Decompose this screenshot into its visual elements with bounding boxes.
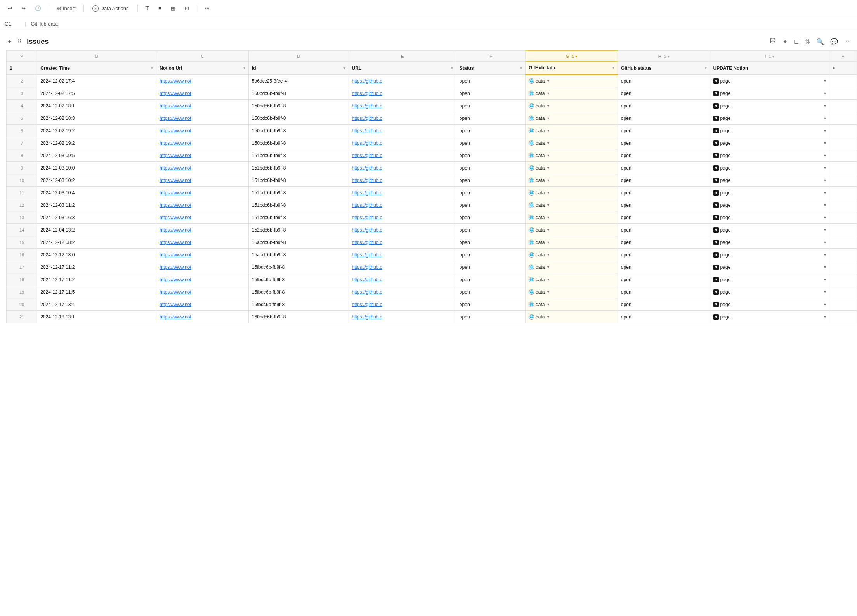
cell-github-status[interactable]: open <box>618 211 710 224</box>
cell-notion-url[interactable]: https://www.not <box>156 261 249 273</box>
cell-status[interactable]: open <box>456 249 525 261</box>
cell-id[interactable]: 151bdc6b-fb9f-8 <box>249 149 349 162</box>
cell-url[interactable]: https://github.c <box>349 249 456 261</box>
cell-notion-url[interactable]: https://www.not <box>156 224 249 236</box>
cell-github-data[interactable]: 🌐 data ▾ <box>526 112 618 125</box>
cell-url[interactable]: https://github.c <box>349 199 456 211</box>
cell-url[interactable]: https://github.c <box>349 174 456 187</box>
cell-id[interactable]: 150bdc6b-fb9f-8 <box>249 125 349 137</box>
github-data-dropdown-arrow[interactable]: ▾ <box>547 190 549 195</box>
col-letter-f[interactable]: F <box>456 51 525 62</box>
github-data-dropdown-arrow[interactable]: ▾ <box>547 265 549 269</box>
cell-notion-url[interactable]: https://www.not <box>156 100 249 112</box>
cell-update-notion[interactable]: N page ▾ <box>710 162 829 174</box>
github-data-dropdown-arrow[interactable]: ▾ <box>547 128 549 133</box>
cell-github-data[interactable]: 🌐 data ▾ <box>526 187 618 199</box>
cell-github-data[interactable]: 🌐 data ▾ <box>526 286 618 298</box>
cell-github-data[interactable]: 🌐 data ▾ <box>526 75 618 87</box>
cell-url[interactable]: https://github.c <box>349 224 456 236</box>
cell-update-notion[interactable]: N page ▾ <box>710 249 829 261</box>
cell-update-notion[interactable]: N page ▾ <box>710 174 829 187</box>
col-header-created-time[interactable]: Created Time ▾ <box>37 62 156 75</box>
cell-github-data[interactable]: 🌐 data ▾ <box>526 199 618 211</box>
update-notion-dropdown-arrow[interactable]: ▾ <box>824 240 826 244</box>
cell-status[interactable]: open <box>456 149 525 162</box>
cell-github-data[interactable]: 🌐 data ▾ <box>526 261 618 273</box>
more-icon-button[interactable]: ··· <box>843 36 851 47</box>
cell-url[interactable]: https://github.c <box>349 187 456 199</box>
cell-created-time[interactable]: 2024-12-03 11:2 <box>37 199 156 211</box>
update-notion-dropdown-arrow[interactable]: ▾ <box>824 302 826 306</box>
cell-url[interactable]: https://github.c <box>349 261 456 273</box>
cell-github-status[interactable]: open <box>618 311 710 323</box>
cell-created-time[interactable]: 2024-12-02 18:1 <box>37 100 156 112</box>
cell-created-time[interactable]: 2024-12-17 11:2 <box>37 273 156 286</box>
cell-github-status[interactable]: open <box>618 100 710 112</box>
cell-id[interactable]: 150bdc6b-fb9f-8 <box>249 137 349 149</box>
cell-update-notion[interactable]: N page ▾ <box>710 112 829 125</box>
cell-url[interactable]: https://github.c <box>349 100 456 112</box>
cell-id[interactable]: 151bdc6b-fb9f-8 <box>249 199 349 211</box>
col-header-status[interactable]: Status ▾ <box>456 62 525 75</box>
cell-id[interactable]: 150bdc6b-fb9f-8 <box>249 112 349 125</box>
cell-github-data[interactable]: 🌐 data ▾ <box>526 100 618 112</box>
cell-github-data[interactable]: 🌐 data ▾ <box>526 236 618 249</box>
update-notion-dropdown-arrow[interactable]: ▾ <box>824 290 826 294</box>
github-data-dropdown-arrow[interactable]: ▾ <box>547 166 549 170</box>
cell-notion-url[interactable]: https://www.not <box>156 199 249 211</box>
cell-github-status[interactable]: open <box>618 236 710 249</box>
cell-id[interactable]: 152bdc6b-fb9f-8 <box>249 224 349 236</box>
col-letter-d[interactable]: D <box>249 51 349 62</box>
cell-github-data[interactable]: 🌐 data ▾ <box>526 211 618 224</box>
update-notion-dropdown-arrow[interactable]: ▾ <box>824 91 826 95</box>
cell-github-status[interactable]: open <box>618 137 710 149</box>
cell-id[interactable]: 15abdc6b-fb9f-8 <box>249 236 349 249</box>
cell-created-time[interactable]: 2024-12-03 10:4 <box>37 187 156 199</box>
cell-notion-url[interactable]: https://www.not <box>156 112 249 125</box>
cell-update-notion[interactable]: N page ▾ <box>710 311 829 323</box>
cell-id[interactable]: 151bdc6b-fb9f-8 <box>249 211 349 224</box>
cell-status[interactable]: open <box>456 236 525 249</box>
cell-created-time[interactable]: 2024-12-18 13:1 <box>37 311 156 323</box>
cell-update-notion[interactable]: N page ▾ <box>710 75 829 87</box>
data-actions-button[interactable]: ▷ Data Actions <box>88 3 133 13</box>
cell-github-status[interactable]: open <box>618 112 710 125</box>
cell-url[interactable]: https://github.c <box>349 311 456 323</box>
github-data-dropdown-arrow[interactable]: ▾ <box>547 228 549 232</box>
cell-status[interactable]: open <box>456 298 525 311</box>
cell-created-time[interactable]: 2024-12-02 17:4 <box>37 75 156 87</box>
cell-github-data[interactable]: 🌐 data ▾ <box>526 273 618 286</box>
cell-update-notion[interactable]: N page ▾ <box>710 100 829 112</box>
col-letter-b[interactable]: B <box>37 51 156 62</box>
cell-created-time[interactable]: 2024-12-12 08:2 <box>37 236 156 249</box>
col-letter-e[interactable]: E <box>349 51 456 62</box>
cell-status[interactable]: open <box>456 311 525 323</box>
update-notion-dropdown-arrow[interactable]: ▾ <box>824 166 826 170</box>
update-notion-dropdown-arrow[interactable]: ▾ <box>824 153 826 157</box>
table-button[interactable]: ▦ <box>168 4 179 13</box>
cell-github-status[interactable]: open <box>618 249 710 261</box>
github-data-dropdown-arrow[interactable]: ▾ <box>547 302 549 306</box>
cell-status[interactable]: open <box>456 174 525 187</box>
cell-id[interactable]: 151bdc6b-fb9f-8 <box>249 162 349 174</box>
cell-status[interactable]: open <box>456 162 525 174</box>
cell-notion-url[interactable]: https://www.not <box>156 273 249 286</box>
cell-status[interactable]: open <box>456 125 525 137</box>
col-header-github-data[interactable]: GitHub data ▾ <box>526 62 618 75</box>
database-icon-button[interactable] <box>768 36 778 47</box>
cell-github-status[interactable]: open <box>618 174 710 187</box>
cell-url[interactable]: https://github.c <box>349 75 456 87</box>
cell-url[interactable]: https://github.c <box>349 298 456 311</box>
col-header-github-status[interactable]: GitHub status ▾ <box>618 62 710 75</box>
image-button[interactable]: ⊡ <box>182 4 192 13</box>
cell-github-status[interactable]: open <box>618 75 710 87</box>
cell-url[interactable]: https://github.c <box>349 211 456 224</box>
col-header-id[interactable]: Id ▾ <box>249 62 349 75</box>
cell-github-data[interactable]: 🌐 data ▾ <box>526 249 618 261</box>
github-data-dropdown-arrow[interactable]: ▾ <box>547 277 549 282</box>
cell-status[interactable]: open <box>456 286 525 298</box>
update-notion-dropdown-arrow[interactable]: ▾ <box>824 116 826 120</box>
cell-id[interactable]: 15abdc6b-fb9f-8 <box>249 249 349 261</box>
cell-github-status[interactable]: open <box>618 162 710 174</box>
github-data-dropdown-arrow[interactable]: ▾ <box>547 79 549 83</box>
